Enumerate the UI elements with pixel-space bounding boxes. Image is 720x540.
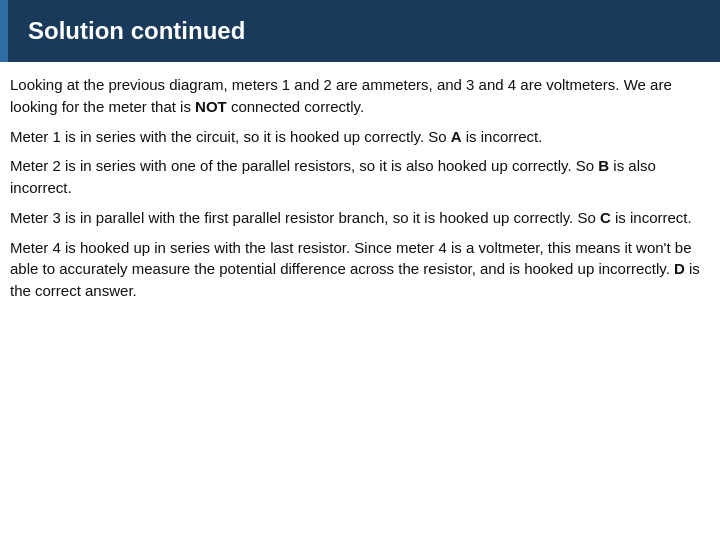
paragraph-1: Looking at the previous diagram, meters … bbox=[10, 74, 706, 118]
paragraph-5: Meter 4 is hooked up in series with the … bbox=[10, 237, 706, 302]
paragraph-2: Meter 1 is in series with the circuit, s… bbox=[10, 126, 706, 148]
paragraph-4: Meter 3 is in parallel with the first pa… bbox=[10, 207, 706, 229]
header-accent-bar bbox=[0, 0, 8, 62]
paragraph-3: Meter 2 is in series with one of the par… bbox=[10, 155, 706, 199]
page-container: Solution continued Looking at the previo… bbox=[0, 0, 720, 540]
page-title: Solution continued bbox=[8, 17, 245, 45]
content-area: Looking at the previous diagram, meters … bbox=[0, 62, 720, 540]
header: Solution continued bbox=[0, 0, 720, 62]
